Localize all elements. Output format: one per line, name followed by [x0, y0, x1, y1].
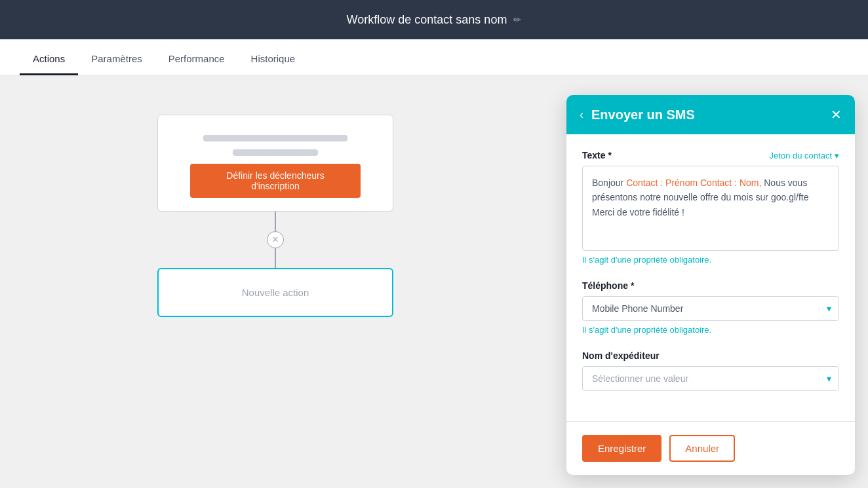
connector-line-bottom — [275, 248, 276, 268]
connector-line-top — [275, 212, 276, 231]
workflow-flow: Définir les déclencheurs d'inscription ×… — [0, 75, 551, 488]
telephone-field-group: Téléphone * Mobile Phone Number ▾ Il s'a… — [582, 280, 839, 335]
panel-header: ‹ Envoyer un SMS ✕ — [566, 95, 855, 134]
text-field-header: Texte * Jeton du contact ▾ — [582, 150, 839, 160]
workflow-title: Workflow de contact sans nom — [347, 13, 507, 27]
panel-close-button[interactable]: ✕ — [831, 107, 842, 122]
save-button[interactable]: Enregistrer — [582, 435, 661, 462]
trigger-button[interactable]: Définir les déclencheurs d'inscription — [190, 164, 361, 198]
edit-title-icon[interactable]: ✏ — [513, 14, 521, 25]
panel-back-button[interactable]: ‹ — [580, 108, 583, 122]
text-prefix: Bonjour — [592, 178, 626, 188]
add-step-button[interactable]: × — [267, 231, 284, 248]
telephone-required-notice: Il s'agit d'une propriété obligatoire. — [582, 325, 839, 335]
sms-text-area[interactable]: Bonjour Contact : Prénom Contact : Nom, … — [582, 166, 839, 251]
tab-bar: Actions Paramètres Performance Historiqu… — [0, 39, 868, 75]
tab-parametres[interactable]: Paramètres — [78, 53, 155, 75]
new-action-box[interactable]: Nouvelle action — [157, 268, 393, 317]
telephone-field-header: Téléphone * — [582, 280, 839, 291]
sender-label: Nom d'expéditeur — [582, 350, 660, 361]
cancel-button[interactable]: Annuler — [669, 435, 735, 462]
contact-token: Contact : Prénom Contact : Nom, — [626, 178, 761, 188]
panel-header-left: ‹ Envoyer un SMS — [580, 107, 695, 122]
app-header: Workflow de contact sans nom ✏ — [0, 0, 868, 39]
placeholder-line-long — [203, 135, 347, 141]
workflow-title-area: Workflow de contact sans nom ✏ — [347, 13, 522, 27]
tab-historique[interactable]: Historique — [238, 53, 309, 75]
sms-panel: ‹ Envoyer un SMS ✕ Texte * Jeton du cont… — [566, 95, 855, 475]
telephone-select-wrapper: Mobile Phone Number ▾ — [582, 296, 839, 321]
sender-field-header: Nom d'expéditeur — [582, 350, 839, 361]
tab-performance[interactable]: Performance — [155, 53, 238, 75]
new-action-label: Nouvelle action — [242, 287, 309, 298]
text-field-group: Texte * Jeton du contact ▾ Bonjour Conta… — [582, 150, 839, 265]
panel-title: Envoyer un SMS — [591, 107, 695, 122]
trigger-box: Définir les déclencheurs d'inscription — [157, 115, 393, 212]
sender-select[interactable]: Sélectionner une valeur — [582, 366, 839, 391]
panel-footer: Enregistrer Annuler — [566, 421, 855, 475]
tab-actions[interactable]: Actions — [20, 53, 78, 75]
telephone-label: Téléphone * — [582, 280, 634, 291]
sender-select-wrapper: Sélectionner une valeur ▾ — [582, 366, 839, 391]
text-label: Texte * — [582, 150, 612, 160]
telephone-select[interactable]: Mobile Phone Number — [582, 296, 839, 321]
workflow-canvas: Définir les déclencheurs d'inscription ×… — [0, 75, 868, 488]
text-required-notice: Il s'agit d'une propriété obligatoire. — [582, 255, 839, 265]
step-connector: × — [267, 212, 284, 268]
sender-field-group: Nom d'expéditeur Sélectionner une valeur… — [582, 350, 839, 391]
token-link[interactable]: Jeton du contact ▾ — [770, 151, 839, 160]
placeholder-line-short — [233, 149, 318, 156]
panel-body: Texte * Jeton du contact ▾ Bonjour Conta… — [566, 134, 855, 421]
